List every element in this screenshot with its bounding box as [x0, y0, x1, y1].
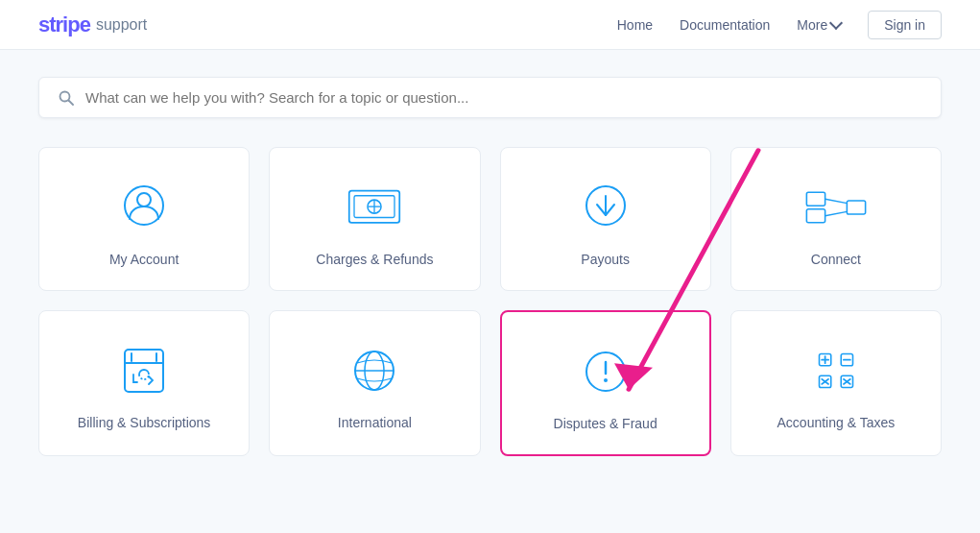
sign-in-button[interactable]: Sign in — [868, 11, 942, 39]
stripe-wordmark: stripe — [38, 12, 90, 37]
support-label: support — [96, 16, 147, 34]
search-input[interactable] — [85, 89, 921, 106]
svg-point-5 — [137, 193, 151, 206]
category-label-disputes-fraud: Disputes & Fraud — [554, 416, 657, 431]
search-icon — [59, 90, 74, 106]
svg-rect-13 — [806, 192, 825, 206]
more-link[interactable]: More — [797, 17, 841, 33]
main-content: My Account Charges & Refunds Payouts Con… — [0, 137, 980, 485]
chevron-down-icon — [829, 16, 843, 30]
search-bar — [38, 77, 942, 118]
my-account-icon — [110, 179, 178, 236]
charges-refunds-icon — [341, 179, 408, 236]
category-label-my-account: My Account — [109, 252, 179, 267]
connect-icon — [802, 179, 870, 236]
category-card-accounting-taxes[interactable]: Accounting & Taxes — [730, 310, 942, 456]
billing-subscriptions-icon — [110, 342, 178, 400]
category-card-international[interactable]: International — [269, 310, 480, 456]
home-link[interactable]: Home — [617, 17, 653, 33]
payouts-icon — [572, 179, 639, 236]
svg-line-17 — [825, 211, 848, 215]
svg-rect-14 — [806, 209, 825, 223]
header: stripe support Home Documentation More S… — [0, 0, 980, 50]
category-label-accounting-taxes: Accounting & Taxes — [777, 415, 896, 430]
logo: stripe support — [38, 12, 147, 37]
category-card-payouts[interactable]: Payouts — [500, 147, 711, 291]
category-label-connect: Connect — [811, 252, 861, 267]
category-label-charges-refunds: Charges & Refunds — [316, 252, 433, 267]
category-label-international: International — [338, 415, 412, 430]
category-card-connect[interactable]: Connect — [730, 147, 942, 291]
categories-grid: My Account Charges & Refunds Payouts Con… — [38, 147, 942, 456]
disputes-fraud-icon — [572, 343, 639, 400]
category-label-billing-subscriptions: Billing & Subscriptions — [78, 415, 211, 430]
main-nav: Home Documentation More Sign in — [617, 11, 942, 39]
category-card-my-account[interactable]: My Account — [38, 147, 250, 291]
search-section — [0, 50, 980, 137]
category-card-billing-subscriptions[interactable]: Billing & Subscriptions — [38, 310, 250, 456]
documentation-link[interactable]: Documentation — [680, 17, 770, 33]
category-card-charges-refunds[interactable]: Charges & Refunds — [269, 147, 480, 291]
international-icon — [341, 342, 408, 400]
svg-rect-15 — [847, 201, 865, 214]
svg-line-16 — [825, 199, 848, 203]
category-label-payouts: Payouts — [581, 252, 630, 267]
category-card-disputes-fraud[interactable]: Disputes & Fraud — [500, 310, 711, 456]
accounting-taxes-icon — [802, 342, 870, 400]
svg-line-1 — [69, 100, 74, 105]
categories-section: My Account Charges & Refunds Payouts Con… — [0, 137, 980, 485]
svg-point-27 — [604, 378, 608, 382]
